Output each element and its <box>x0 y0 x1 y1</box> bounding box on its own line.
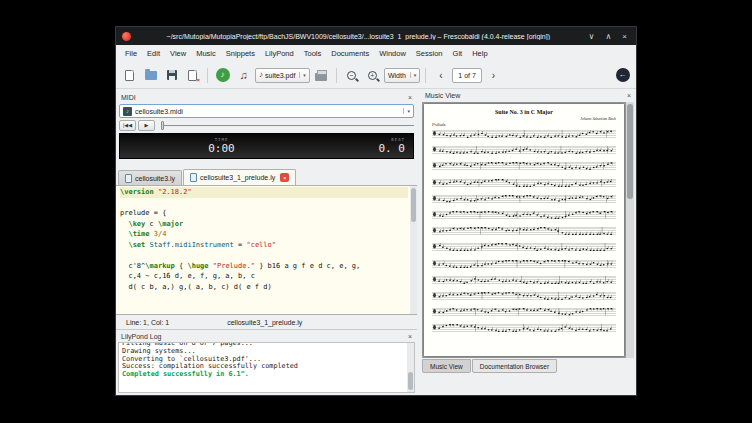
code-line[interactable]: prelude = { <box>120 208 408 219</box>
log-panel-close-button[interactable]: × <box>408 333 412 340</box>
previous-page-button[interactable]: ‹ <box>431 66 450 85</box>
menu-git[interactable]: Git <box>448 47 468 60</box>
editor-scrollbar-thumb[interactable] <box>411 188 416 222</box>
menu-help[interactable]: Help <box>467 47 492 60</box>
engrave-button[interactable]: ♪ <box>213 66 232 85</box>
staff-system <box>432 227 616 235</box>
code-line[interactable] <box>120 198 408 209</box>
print-button[interactable] <box>312 66 331 85</box>
new-document-button[interactable] <box>120 66 139 85</box>
print-icon <box>315 73 327 81</box>
code-line[interactable] <box>120 250 408 261</box>
status-filename: cellosuite3_1_prelude.ly <box>227 319 302 326</box>
menu-lilypond[interactable]: LilyPond <box>260 47 299 60</box>
menu-edit[interactable]: Edit <box>142 47 165 60</box>
music-view-close-button[interactable]: × <box>627 92 631 99</box>
main-area: MIDI × ♪ cellosuite3.midi ▾ |◀◀ ▶ <box>116 89 636 395</box>
lcd-beat-block: BEAT 0. 0 <box>323 134 413 158</box>
bottom-spacer <box>420 373 636 395</box>
rewind-button[interactable]: |◀◀ <box>119 120 136 131</box>
log-content: Fitting music on 6 or 7 pages...Drawing … <box>122 342 404 379</box>
music-view-scrollbar-thumb[interactable] <box>627 104 633 199</box>
midi-file-selector[interactable]: ♪ cellosuite3.midi ▾ <box>119 104 414 118</box>
menu-file[interactable]: File <box>120 47 142 60</box>
staff-system <box>432 179 616 187</box>
slider-handle[interactable] <box>161 121 164 130</box>
music-view-viewport[interactable]: Suite No. 3 in C Major Johann Sebastian … <box>422 102 634 358</box>
menu-view[interactable]: View <box>165 47 191 60</box>
play-button[interactable]: ▶ <box>138 120 155 131</box>
toolbar-separator <box>207 68 208 83</box>
midi-panel-close-button[interactable]: × <box>408 94 412 101</box>
tab-documentation-browser[interactable]: Documentation Browser <box>472 359 557 373</box>
menu-window[interactable]: Window <box>374 47 411 60</box>
zoom-mode-value: Width <box>388 72 406 79</box>
horizontal-splitter[interactable] <box>116 162 417 169</box>
app-icon <box>122 32 131 41</box>
menu-snippets[interactable]: Snippets <box>221 47 260 60</box>
window-title: ~/src/Mutopia/MutopiaProject/ftp/BachJS/… <box>136 33 581 40</box>
zoom-in-button[interactable]: + <box>363 66 382 85</box>
zoom-mode-selector[interactable]: Width ▾ <box>384 68 420 83</box>
close-button[interactable]: × <box>619 32 630 41</box>
staff-system <box>432 130 616 138</box>
code-line[interactable]: \time 3/4 <box>120 229 408 240</box>
lcd-beat-value: 0. 0 <box>379 142 406 155</box>
code-line[interactable]: c'8^\markup { \huge "Prelude." } b16 a g… <box>120 261 408 272</box>
close-badge-icon: × <box>196 77 200 83</box>
pdf-music-icon: ♪ <box>259 71 263 79</box>
tab-music-view[interactable]: Music View <box>422 359 471 373</box>
back-icon: ← <box>616 68 630 82</box>
midi-position-slider[interactable] <box>161 120 414 131</box>
tab-cellosuite3-1-prelude[interactable]: cellosuite3_1_prelude.ly × <box>183 169 296 185</box>
desktop: ~/src/Mutopia/MutopiaProject/ftp/BachJS/… <box>0 0 752 423</box>
music-systems <box>432 130 616 332</box>
editor-scrollbar[interactable] <box>410 186 417 314</box>
tab-close-button[interactable]: × <box>280 173 289 182</box>
music-view-scrollbar[interactable] <box>626 102 634 358</box>
maximize-button[interactable]: ∧ <box>602 32 614 41</box>
music-preview-button[interactable]: ♫ <box>234 66 253 85</box>
save-document-icon <box>167 70 177 80</box>
save-document-button[interactable] <box>162 66 181 85</box>
page-indicator[interactable]: 1 of 7 <box>452 68 482 83</box>
staff-system <box>432 324 616 332</box>
code-area[interactable]: \version "2.18.2"prelude = { \key c \maj… <box>120 187 408 314</box>
menu-tools[interactable]: Tools <box>299 47 327 60</box>
minimize-button[interactable]: ∨ <box>586 32 598 41</box>
menu-session[interactable]: Session <box>411 47 448 60</box>
log-viewport[interactable]: Fitting music on 6 or 7 pages...Drawing … <box>118 342 415 393</box>
titlebar[interactable]: ~/src/Mutopia/MutopiaProject/ftp/BachJS/… <box>116 27 636 45</box>
pdf-selector[interactable]: ♪ suite3.pdf ▾ <box>255 68 310 83</box>
code-line[interactable]: d( c b, a,) g,( a, b, c) d( e f d) <box>120 282 408 293</box>
music-view-title: Music View <box>425 92 460 99</box>
menu-music[interactable]: Music <box>191 47 221 60</box>
code-line[interactable]: \set Staff.midiInstrument = "cello" <box>120 240 408 251</box>
back-button[interactable]: ← <box>613 66 632 85</box>
log-scrollbar[interactable] <box>407 343 414 392</box>
open-document-button[interactable] <box>141 66 160 85</box>
tab-cellosuite3[interactable]: cellosuite3.ly <box>118 170 182 185</box>
slider-track <box>161 125 414 126</box>
log-scrollbar-thumb[interactable] <box>408 372 413 390</box>
menu-documents[interactable]: Documents <box>326 47 374 60</box>
tab-label: cellosuite3.ly <box>135 175 175 182</box>
staff-system <box>432 276 616 284</box>
next-page-icon: › <box>492 70 495 81</box>
close-document-button[interactable]: × <box>183 66 202 85</box>
new-document-icon <box>125 70 134 81</box>
midi-panel-header: MIDI × <box>116 91 417 103</box>
zoom-out-icon: − <box>347 71 356 80</box>
engrave-icon: ♪ <box>216 68 230 82</box>
code-line[interactable]: \key c \major <box>120 219 408 230</box>
midi-panel: MIDI × ♪ cellosuite3.midi ▾ |◀◀ ▶ <box>116 91 417 162</box>
next-page-button[interactable]: › <box>484 66 503 85</box>
document-icon <box>125 174 132 183</box>
score-page[interactable]: Suite No. 3 in C Major Johann Sebastian … <box>424 104 624 356</box>
score-title: Suite No. 3 in C Major <box>432 109 616 115</box>
code-line[interactable]: c,4 ~ c,16 d, e, f, g, a, b, c <box>120 271 408 282</box>
zoom-out-button[interactable]: − <box>342 66 361 85</box>
code-editor[interactable]: \version "2.18.2"prelude = { \key c \maj… <box>116 185 417 315</box>
code-line[interactable]: \version "2.18.2" <box>120 187 408 198</box>
tab-label: cellosuite3_1_prelude.ly <box>200 174 275 181</box>
